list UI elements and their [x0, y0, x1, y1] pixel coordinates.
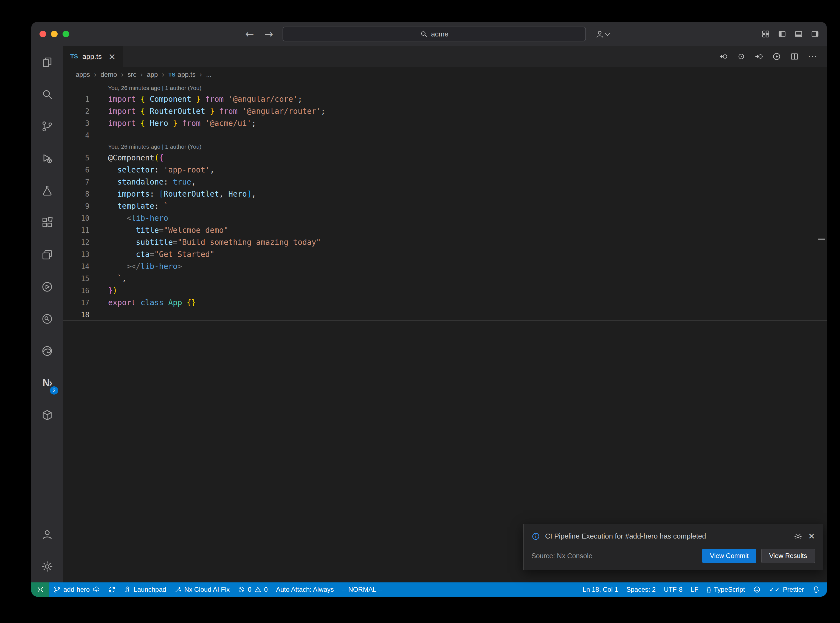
problems-status-item[interactable]: 0 0	[234, 582, 272, 597]
vim-mode-item[interactable]: -- NORMAL --	[338, 582, 387, 597]
sidebar-item-explorer[interactable]	[31, 46, 63, 78]
breadcrumb-item-...[interactable]: ...	[206, 71, 212, 78]
circle-search-icon	[41, 313, 53, 325]
tab-app-ts[interactable]: TS app.ts ×	[63, 46, 123, 67]
auto-attach-label: Auto Attach: Always	[276, 586, 334, 593]
breadcrumb-item-demo[interactable]: demo	[100, 71, 117, 78]
code-line-13[interactable]: 13 cta="Get Started"	[63, 249, 827, 261]
sync-status-item[interactable]	[104, 582, 120, 597]
navigate-back-icon[interactable]: ←	[245, 28, 254, 40]
search-value: acme	[431, 30, 448, 38]
code-line-15[interactable]: 15 `,	[63, 273, 827, 285]
close-window-button[interactable]	[40, 31, 46, 37]
code-line-3[interactable]: 3import { Hero } from '@acme/ui';	[63, 117, 827, 129]
run-debug-menu-icon[interactable]	[772, 52, 781, 61]
feedback-item[interactable]	[749, 582, 765, 597]
line-number: 9	[63, 200, 89, 212]
accounts-button[interactable]	[31, 518, 63, 550]
account-menu[interactable]	[595, 22, 610, 46]
language-mode-item[interactable]: {} TypeScript	[703, 582, 749, 597]
bell-icon	[812, 586, 820, 593]
breadcrumb-item-src[interactable]: src	[127, 71, 136, 78]
sidebar-item-run-tasks[interactable]	[31, 271, 63, 303]
sidebar-item-source-control[interactable]	[31, 110, 63, 142]
sidebar-item-edge-devtools[interactable]	[31, 335, 63, 367]
close-tab-icon[interactable]: ×	[108, 51, 116, 62]
code-line-1[interactable]: 1import { Component } from '@angular/cor…	[63, 93, 827, 105]
toggle-sidebar-right-icon[interactable]	[811, 30, 819, 38]
code-line-12[interactable]: 12 subtitle="Build something amazing tod…	[63, 236, 827, 249]
sidebar-item-extensions[interactable]	[31, 207, 63, 239]
code-line-7[interactable]: 7 standalone: true,	[63, 176, 827, 188]
chevron-down-icon	[605, 31, 610, 36]
sidebar-item-nx-console[interactable]: N› 2	[31, 367, 63, 399]
overview-ruler-mark	[818, 239, 825, 240]
encoding-item[interactable]: UTF-8	[660, 582, 686, 597]
remote-indicator[interactable]	[31, 582, 49, 597]
breadcrumb-item-app.ts[interactable]: TSapp.ts	[169, 71, 196, 78]
cursor-position-label: Ln 18, Col 1	[583, 586, 618, 593]
sidebar-item-remote-explorer[interactable]	[31, 239, 63, 271]
code-line-9[interactable]: 9 template: `	[63, 200, 827, 212]
view-commit-button[interactable]: View Commit	[702, 549, 756, 563]
code-line-14[interactable]: 14 ></lib-hero>	[63, 261, 827, 273]
tab-bar: TS app.ts × ···	[63, 46, 827, 67]
beaker-icon	[41, 184, 53, 196]
customize-layout-icon[interactable]	[762, 30, 770, 38]
breadcrumb-item-apps[interactable]: apps	[76, 71, 90, 78]
status-bar: add-hero Launchpad Nx Cloud AI Fix 0 0 A…	[31, 582, 827, 597]
braces-icon: {}	[707, 586, 711, 593]
code-line-8[interactable]: 8 imports: [RouterOutlet, Hero],	[63, 188, 827, 200]
code-line-18[interactable]: 18	[63, 309, 827, 321]
container-cube-icon	[41, 409, 53, 421]
view-results-button[interactable]: View Results	[761, 549, 815, 563]
open-changes-icon[interactable]	[720, 52, 728, 61]
notification-settings-gear-icon[interactable]	[794, 532, 802, 540]
search-icon	[420, 30, 428, 38]
sidebar-item-containers[interactable]	[31, 399, 63, 431]
code-line-17[interactable]: 17export class App {}	[63, 297, 827, 309]
breadcrumb: apps›demo›src›app›TSapp.ts›...	[63, 67, 827, 82]
notification-message: CI Pipeline Execution for #add-hero has …	[545, 532, 789, 540]
code-line-10[interactable]: 10 <lib-hero	[63, 212, 827, 224]
nx-cloud-ai-fix-item[interactable]: Nx Cloud AI Fix	[170, 582, 234, 597]
sidebar-item-code-search[interactable]	[31, 303, 63, 335]
codelens-blame[interactable]: You, 26 minutes ago | 1 author (You)	[63, 83, 827, 93]
notifications-bell-item[interactable]	[808, 582, 824, 597]
toggle-annotations-icon[interactable]	[737, 52, 745, 61]
breadcrumb-item-app[interactable]: app	[147, 71, 158, 78]
zoom-window-button[interactable]	[63, 31, 69, 37]
minimize-window-button[interactable]	[51, 31, 58, 37]
code-line-11[interactable]: 11 title="Welcmoe demo"	[63, 224, 827, 236]
command-center-search[interactable]: acme	[283, 27, 586, 41]
formatter-item[interactable]: ✓✓ Prettier	[765, 582, 808, 597]
code-line-16[interactable]: 16})	[63, 285, 827, 297]
code-line-2[interactable]: 2import { RouterOutlet } from '@angular/…	[63, 105, 827, 117]
notification-close-icon[interactable]: ✕	[808, 531, 815, 541]
code-line-4[interactable]: 4	[63, 129, 827, 141]
sidebar-item-search[interactable]	[31, 78, 63, 110]
source-control-icon	[41, 120, 53, 132]
auto-attach-item[interactable]: Auto Attach: Always	[272, 582, 338, 597]
sidebar-item-testing[interactable]	[31, 174, 63, 207]
ai-fix-wand-icon	[175, 586, 181, 593]
account-icon	[595, 30, 604, 38]
run-file-icon[interactable]	[755, 52, 763, 61]
settings-button[interactable]	[31, 550, 63, 582]
branch-status-item[interactable]: add-hero	[49, 582, 104, 597]
more-actions-icon[interactable]: ···	[808, 52, 817, 61]
navigate-forward-icon[interactable]: →	[264, 28, 273, 40]
eol-item[interactable]: LF	[686, 582, 703, 597]
code-line-6[interactable]: 6 selector: 'app-root',	[63, 164, 827, 176]
split-editor-icon[interactable]	[790, 52, 799, 61]
toggle-sidebar-left-icon[interactable]	[778, 30, 786, 38]
line-number: 5	[63, 152, 89, 164]
sidebar-item-run-debug[interactable]	[31, 142, 63, 174]
indentation-item[interactable]: Spaces: 2	[622, 582, 660, 597]
toggle-panel-icon[interactable]	[794, 30, 803, 38]
cursor-position-item[interactable]: Ln 18, Col 1	[579, 582, 622, 597]
codelens-blame[interactable]: You, 26 minutes ago | 1 author (You)	[63, 141, 827, 152]
launchpad-status-item[interactable]: Launchpad	[120, 582, 170, 597]
remote-icon	[37, 586, 44, 593]
code-line-5[interactable]: 5@Component({	[63, 152, 827, 164]
